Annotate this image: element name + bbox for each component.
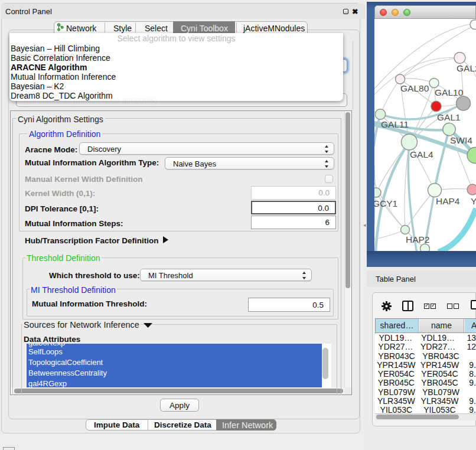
svg-text:GAL4: GAL4: [410, 149, 433, 159]
svg-text:GAL11: GAL11: [381, 119, 409, 129]
svg-text:SWI4: SWI4: [450, 135, 472, 145]
svg-text:GAL10: GAL10: [435, 87, 464, 97]
svg-text:GAL80: GAL80: [400, 83, 429, 93]
svg-text:Y: Y: [471, 196, 476, 206]
svg-text:GAL2: GAL2: [457, 63, 476, 73]
svg-text:HAP4: HAP4: [436, 196, 460, 206]
svg-text:HAP2: HAP2: [406, 234, 430, 244]
svg-text:GCY1: GCY1: [374, 198, 397, 208]
svg-text:GAL1: GAL1: [437, 112, 461, 122]
